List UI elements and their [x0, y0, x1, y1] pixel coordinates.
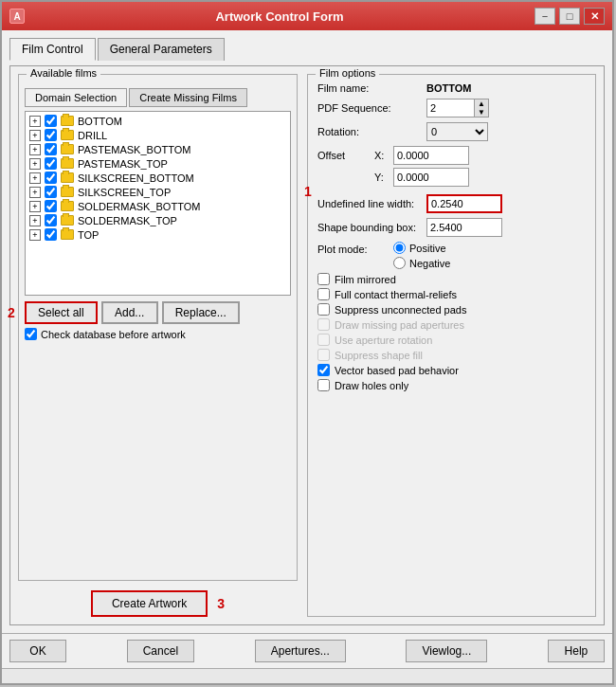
tab-film-control[interactable]: Film Control: [9, 38, 96, 61]
film-name: SILKSCREEN_TOP: [78, 187, 171, 198]
film-checkbox[interactable]: [45, 143, 57, 155]
rotation-select[interactable]: 0 90 180 270: [426, 122, 488, 141]
replace-button[interactable]: Replace...: [162, 301, 240, 324]
check-database-row: Check database before artwork: [25, 328, 291, 340]
film-name: SOLDERMASK_TOP: [78, 215, 177, 226]
pdf-sequence-spinbox[interactable]: 2 ▲ ▼: [426, 99, 489, 118]
positive-radio-label: Positive: [393, 242, 450, 254]
plot-mode-radios: Positive Negative: [393, 242, 450, 269]
list-item: + DRILL: [27, 128, 288, 142]
ok-button[interactable]: OK: [9, 640, 66, 662]
option-checkbox: [317, 349, 330, 361]
list-item: + TOP: [27, 227, 288, 242]
label-1: 1: [304, 184, 312, 199]
option-checkbox[interactable]: [317, 379, 330, 391]
add-button[interactable]: Add...: [101, 301, 158, 324]
offset-x-row: Offset X: 0.0000: [317, 146, 586, 165]
pdf-sequence-down[interactable]: ▼: [475, 108, 488, 117]
checkbox-option: Vector based pad behavior: [317, 364, 586, 376]
film-checkbox[interactable]: [45, 115, 57, 127]
create-artwork-button[interactable]: Create Artwork: [91, 590, 208, 617]
undefined-line-width-row: Undefined line width: 0.2540: [317, 194, 586, 213]
tab-domain-selection[interactable]: Domain Selection: [25, 88, 127, 107]
film-buttons-row: 2 Select all Add... Replace...: [25, 301, 291, 324]
film-checkbox[interactable]: [45, 214, 57, 226]
option-label: Vector based pad behavior: [335, 365, 459, 376]
expand-button[interactable]: +: [29, 229, 41, 241]
list-item: + BOTTOM: [27, 114, 288, 128]
expand-button[interactable]: +: [29, 130, 41, 141]
film-checkbox[interactable]: [45, 228, 57, 241]
tab-general-parameters[interactable]: General Parameters: [98, 38, 225, 61]
apertures-button[interactable]: Apertures...: [255, 640, 346, 662]
offset-y-label: Y:: [374, 172, 393, 183]
film-name: DRILL: [78, 130, 107, 141]
film-name-label: Film name:: [317, 82, 426, 94]
positive-radio[interactable]: [393, 242, 406, 254]
expand-button[interactable]: +: [29, 187, 41, 198]
list-item: + SILKSCREEN_BOTTOM: [27, 171, 288, 185]
expand-button[interactable]: +: [29, 116, 41, 127]
shape-bounding-box-input[interactable]: 2.5400: [426, 218, 502, 237]
help-button[interactable]: Help: [548, 640, 605, 662]
folder-icon: [61, 187, 74, 197]
film-checkbox[interactable]: [45, 129, 57, 141]
expand-button[interactable]: +: [29, 201, 41, 212]
offset-y-input[interactable]: 0.0000: [393, 168, 469, 187]
pdf-sequence-label: PDF Sequence:: [317, 102, 426, 114]
folder-icon: [61, 116, 74, 126]
folder-icon: [61, 215, 74, 226]
option-checkbox[interactable]: [317, 288, 330, 300]
option-label: Suppress shape fill: [335, 350, 423, 361]
film-checkbox[interactable]: [45, 200, 57, 212]
plot-mode-label: Plot mode:: [317, 242, 393, 255]
check-database-checkbox[interactable]: [25, 328, 37, 340]
main-content: Film Control General Parameters Availabl…: [2, 30, 612, 633]
expand-button[interactable]: +: [29, 172, 41, 184]
film-list[interactable]: + BOTTOM + DRILL + PASTEMASK_BOTTOM + PA…: [25, 111, 291, 296]
create-artwork-container: Create Artwork 3: [18, 590, 298, 617]
pdf-sequence-spin-buttons: ▲ ▼: [474, 99, 489, 118]
option-checkbox[interactable]: [317, 273, 330, 285]
tab-create-missing-films[interactable]: Create Missing Films: [129, 88, 247, 107]
select-all-button[interactable]: Select all: [25, 301, 98, 324]
folder-icon: [61, 130, 74, 140]
main-window: A Artwork Control Form − □ ✕ Film Contro…: [0, 0, 614, 685]
maximize-button[interactable]: □: [559, 8, 580, 25]
film-checkbox[interactable]: [45, 172, 57, 184]
undefined-line-width-input[interactable]: 0.2540: [426, 194, 502, 213]
expand-button[interactable]: +: [29, 144, 41, 155]
film-options-group: Film options Film name: BOTTOM PDF Seque…: [307, 74, 596, 617]
app-icon: A: [9, 9, 25, 24]
expand-button[interactable]: +: [29, 215, 41, 226]
offset-section: Offset X: 0.0000 Y: 0.0000: [317, 146, 586, 187]
negative-radio[interactable]: [393, 257, 406, 269]
list-item: + PASTEMASK_TOP: [27, 156, 288, 171]
expand-button[interactable]: +: [29, 158, 41, 170]
options-list: Film mirroredFull contact thermal-relief…: [317, 273, 586, 391]
minimize-button[interactable]: −: [534, 8, 555, 25]
pdf-sequence-up[interactable]: ▲: [475, 99, 488, 108]
option-checkbox: [317, 334, 330, 346]
viewlog-button[interactable]: Viewlog...: [406, 640, 487, 662]
rotation-dropdown[interactable]: 0 90 180 270: [426, 122, 488, 141]
folder-icon: [61, 201, 74, 211]
option-checkbox: [317, 318, 330, 331]
option-checkbox[interactable]: [317, 303, 330, 316]
available-films-title: Available films: [27, 67, 100, 79]
film-name: PASTEMASK_TOP: [78, 158, 168, 170]
close-button[interactable]: ✕: [584, 8, 605, 25]
folder-icon: [61, 144, 74, 154]
pdf-sequence-input[interactable]: 2: [426, 99, 474, 118]
film-checkbox[interactable]: [45, 157, 57, 170]
option-label: Film mirrored: [335, 274, 396, 285]
checkbox-option: Film mirrored: [317, 273, 586, 285]
checkbox-option: Suppress shape fill: [317, 349, 586, 361]
cancel-button[interactable]: Cancel: [127, 640, 194, 662]
film-checkbox[interactable]: [45, 186, 57, 198]
option-checkbox[interactable]: [317, 364, 330, 376]
check-database-label: Check database before artwork: [41, 329, 186, 340]
offset-x-input[interactable]: 0.0000: [393, 146, 469, 165]
checkbox-option: Suppress unconnected pads: [317, 303, 586, 316]
status-bar: [2, 668, 612, 683]
